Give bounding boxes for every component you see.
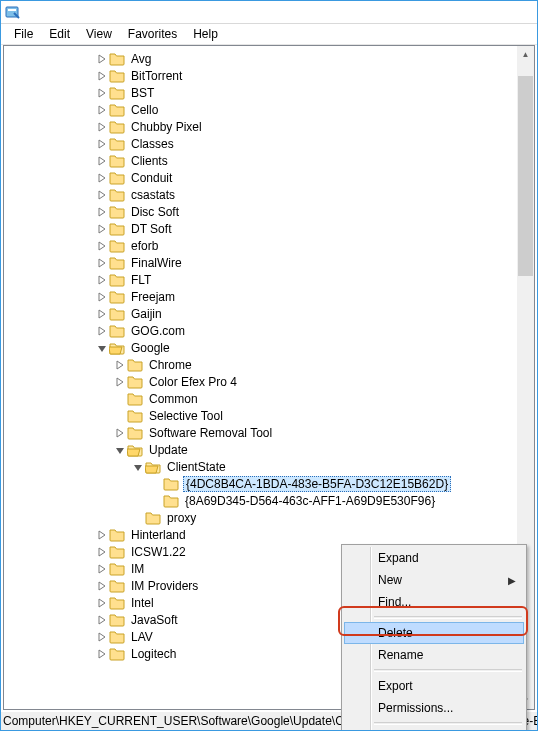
tree-item[interactable]: Clients: [4, 152, 517, 169]
tree-item-label[interactable]: Freejam: [129, 290, 177, 304]
tree-item[interactable]: Disc Soft: [4, 203, 517, 220]
expand-icon[interactable]: [94, 289, 109, 304]
tree-item[interactable]: Cello: [4, 101, 517, 118]
tree-item-label[interactable]: FinalWire: [129, 256, 184, 270]
tree-item[interactable]: BitTorrent: [4, 67, 517, 84]
tree-item[interactable]: {4DC8B4CA-1BDA-483e-B5FA-D3C12E15B62D}: [4, 475, 517, 492]
tree-item-label[interactable]: Chubby Pixel: [129, 120, 204, 134]
expand-icon[interactable]: [94, 102, 109, 117]
tree-item[interactable]: BST: [4, 84, 517, 101]
expand-icon[interactable]: [94, 272, 109, 287]
expand-icon[interactable]: [94, 85, 109, 100]
tree-item-label[interactable]: ClientState: [165, 460, 228, 474]
context-menu-find[interactable]: Find...: [344, 591, 524, 613]
tree-item-label[interactable]: DT Soft: [129, 222, 173, 236]
tree-item-label[interactable]: proxy: [165, 511, 198, 525]
tree-item[interactable]: Update: [4, 441, 517, 458]
tree-item-label[interactable]: ICSW1.22: [129, 545, 188, 559]
expand-icon[interactable]: [94, 255, 109, 270]
context-menu-permissions[interactable]: Permissions...: [344, 697, 524, 719]
tree-item-label[interactable]: Disc Soft: [129, 205, 181, 219]
tree-item-label[interactable]: Intel: [129, 596, 156, 610]
menu-edit[interactable]: Edit: [42, 25, 77, 43]
expand-icon[interactable]: [94, 544, 109, 559]
tree-item-label[interactable]: Common: [147, 392, 200, 406]
tree-item-label[interactable]: BitTorrent: [129, 69, 184, 83]
expand-icon[interactable]: [94, 306, 109, 321]
tree-item-label[interactable]: LAV: [129, 630, 155, 644]
tree-item-label[interactable]: Logitech: [129, 647, 178, 661]
expand-icon[interactable]: [112, 357, 127, 372]
menu-view[interactable]: View: [79, 25, 119, 43]
tree-item-label[interactable]: GOG.com: [129, 324, 187, 338]
tree-item[interactable]: Hinterland: [4, 526, 517, 543]
expand-icon[interactable]: [94, 238, 109, 253]
tree-item-label[interactable]: Classes: [129, 137, 176, 151]
tree-item[interactable]: {8A69D345-D564-463c-AFF1-A69D9E530F96}: [4, 492, 517, 509]
tree-item[interactable]: Gaijin: [4, 305, 517, 322]
tree-item-label[interactable]: Conduit: [129, 171, 174, 185]
tree-item[interactable]: Classes: [4, 135, 517, 152]
expand-icon[interactable]: [94, 646, 109, 661]
tree-item-label[interactable]: Hinterland: [129, 528, 188, 542]
tree-item[interactable]: Freejam: [4, 288, 517, 305]
expand-icon[interactable]: [94, 578, 109, 593]
tree-item[interactable]: FinalWire: [4, 254, 517, 271]
tree-item-label[interactable]: Cello: [129, 103, 160, 117]
tree-item-label[interactable]: {8A69D345-D564-463c-AFF1-A69D9E530F96}: [183, 494, 437, 508]
menu-favorites[interactable]: Favorites: [121, 25, 184, 43]
tree-item[interactable]: ClientState: [4, 458, 517, 475]
expand-icon[interactable]: [94, 170, 109, 185]
tree-item[interactable]: Conduit: [4, 169, 517, 186]
expand-icon[interactable]: [94, 323, 109, 338]
tree-item[interactable]: DT Soft: [4, 220, 517, 237]
tree-item[interactable]: Avg: [4, 50, 517, 67]
menu-file[interactable]: File: [7, 25, 40, 43]
tree-item-label[interactable]: IM: [129, 562, 146, 576]
expand-icon[interactable]: [94, 204, 109, 219]
expand-icon[interactable]: [94, 527, 109, 542]
expand-icon[interactable]: [94, 187, 109, 202]
tree-item[interactable]: proxy: [4, 509, 517, 526]
tree-item-label[interactable]: IM Providers: [129, 579, 200, 593]
tree-item[interactable]: Google: [4, 339, 517, 356]
tree-item-label[interactable]: JavaSoft: [129, 613, 180, 627]
context-menu-delete[interactable]: Delete: [344, 622, 524, 644]
context-menu-new[interactable]: New▶: [344, 569, 524, 591]
collapse-icon[interactable]: [130, 459, 145, 474]
tree-item[interactable]: Color Efex Pro 4: [4, 373, 517, 390]
tree-item-label[interactable]: Clients: [129, 154, 170, 168]
tree-item[interactable]: Software Removal Tool: [4, 424, 517, 441]
tree-item[interactable]: FLT: [4, 271, 517, 288]
expand-icon[interactable]: [94, 561, 109, 576]
expand-icon[interactable]: [94, 68, 109, 83]
tree-item-label[interactable]: Google: [129, 341, 172, 355]
tree-item-label[interactable]: BST: [129, 86, 156, 100]
tree-item[interactable]: eforb: [4, 237, 517, 254]
scroll-thumb[interactable]: [518, 76, 533, 276]
tree-item-label[interactable]: {4DC8B4CA-1BDA-483e-B5FA-D3C12E15B62D}: [183, 476, 451, 492]
tree-item-label[interactable]: Avg: [129, 52, 153, 66]
tree-item[interactable]: Common: [4, 390, 517, 407]
tree-item[interactable]: Chrome: [4, 356, 517, 373]
tree-item-label[interactable]: Software Removal Tool: [147, 426, 274, 440]
tree-item-label[interactable]: Selective Tool: [147, 409, 225, 423]
expand-icon[interactable]: [112, 374, 127, 389]
tree-item-label[interactable]: Color Efex Pro 4: [147, 375, 239, 389]
tree-item[interactable]: Selective Tool: [4, 407, 517, 424]
scroll-up-arrow[interactable]: ▲: [517, 46, 534, 63]
expand-icon[interactable]: [94, 153, 109, 168]
tree-item-label[interactable]: eforb: [129, 239, 160, 253]
expand-icon[interactable]: [94, 136, 109, 151]
tree-item-label[interactable]: csastats: [129, 188, 177, 202]
tree-item-label[interactable]: Update: [147, 443, 190, 457]
context-menu-expand[interactable]: Expand: [344, 547, 524, 569]
collapse-icon[interactable]: [94, 340, 109, 355]
expand-icon[interactable]: [94, 612, 109, 627]
titlebar[interactable]: [1, 1, 537, 24]
expand-icon[interactable]: [94, 119, 109, 134]
expand-icon[interactable]: [94, 629, 109, 644]
tree-item-label[interactable]: Gaijin: [129, 307, 164, 321]
tree-item[interactable]: Chubby Pixel: [4, 118, 517, 135]
collapse-icon[interactable]: [112, 442, 127, 457]
